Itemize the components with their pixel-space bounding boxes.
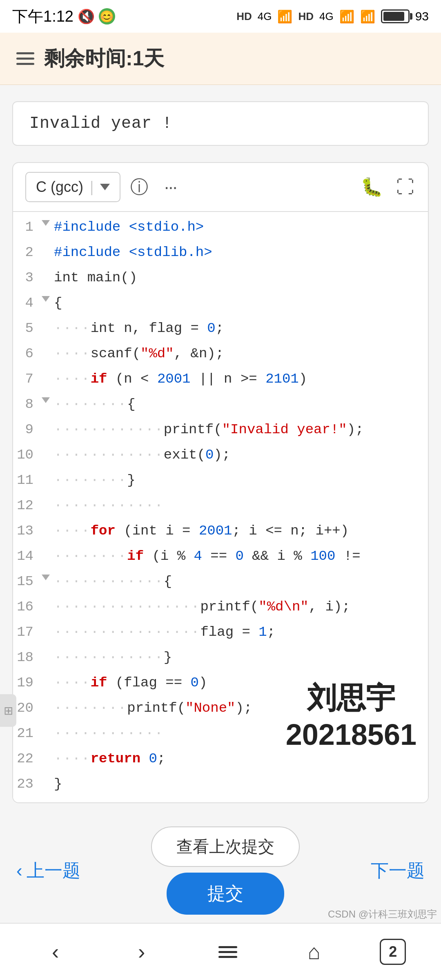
- code-line-17: 17 ················flag = 1;: [13, 621, 428, 646]
- code-content-1: #include <stdio.h>: [54, 217, 428, 235]
- code-line-15: 15 ············{: [13, 570, 428, 596]
- code-line-14: 14 ········if (i % 4 == 0 && i % 100 !=: [13, 545, 428, 570]
- info-icon[interactable]: ⓘ: [129, 176, 150, 198]
- watermark-id: 20218561: [286, 718, 416, 751]
- next-button[interactable]: 下一题: [371, 859, 425, 883]
- code-line-2: 2 #include <stdlib.h>: [13, 241, 428, 267]
- battery-fill: [383, 12, 404, 21]
- back-icon: ‹: [52, 940, 59, 964]
- fold-21: [42, 723, 54, 726]
- signal-4g-2: 4G: [319, 10, 334, 23]
- fold-4: [42, 293, 54, 306]
- home-icon: ⌂: [307, 940, 320, 964]
- line-num-17: 17: [13, 622, 42, 640]
- line-num-3: 3: [13, 267, 42, 285]
- line-num-19: 19: [13, 673, 42, 690]
- line-num-11: 11: [13, 470, 42, 488]
- line-num-7: 7: [13, 369, 42, 387]
- code-content-9: ············printf("Invalid year!");: [54, 419, 428, 437]
- lang-divider: |: [90, 178, 94, 196]
- code-line-12: 12 ············: [13, 494, 428, 520]
- code-line-3: 3 int main(): [13, 267, 428, 292]
- code-line-6: 6 ····scanf("%d", &n);: [13, 343, 428, 368]
- back-button[interactable]: ‹: [35, 935, 76, 968]
- time-text: 下午1:12: [12, 6, 74, 27]
- code-line-4: 4 {: [13, 292, 428, 317]
- fold-16: [42, 597, 54, 600]
- signal-bars-1: 📶: [277, 9, 292, 24]
- debug-icon[interactable]: 🐛: [361, 176, 382, 198]
- language-selector[interactable]: C (gcc) |: [25, 172, 120, 202]
- code-line-11: 11 ········}: [13, 469, 428, 494]
- fold-17: [42, 622, 54, 625]
- menu-button[interactable]: [207, 935, 248, 968]
- editor-toolbar: C (gcc) | ⓘ ··· 🐛 ⛶: [13, 163, 428, 212]
- line-num-21: 21: [13, 723, 42, 741]
- code-content-6: ····scanf("%d", &n);: [54, 343, 428, 361]
- home-button[interactable]: ⌂: [294, 935, 334, 968]
- bottom-nav: ‹ › ⌂ 2: [0, 923, 441, 980]
- code-content-7: ····if (n < 2001 || n >= 2101): [54, 369, 428, 387]
- line-num-4: 4: [13, 293, 42, 311]
- code-line-1: 1 #include <stdio.h>: [13, 216, 428, 241]
- code-line-16: 16 ················printf("%d\n", i);: [13, 596, 428, 621]
- menu-icon[interactable]: [16, 52, 34, 65]
- notification-icon: 😊: [99, 8, 115, 24]
- code-content-12: ············: [54, 495, 428, 513]
- fold-18: [42, 647, 54, 650]
- submit-button[interactable]: 提交: [167, 873, 284, 915]
- line-num-8: 8: [13, 394, 42, 412]
- line-num-12: 12: [13, 495, 42, 513]
- line-num-9: 9: [13, 419, 42, 437]
- wifi-icon: 📶: [360, 9, 375, 24]
- code-content-8: ········{: [54, 394, 428, 412]
- status-bar: 下午1:12 🔇 😊 HD 4G 📶 HD 4G 📶 📶 93: [0, 0, 441, 33]
- code-content-14: ········if (i % 4 == 0 && i % 100 !=: [54, 546, 428, 564]
- fullscreen-icon[interactable]: ⛶: [394, 176, 416, 198]
- signal-4g-1: 4G: [258, 10, 272, 23]
- fold-1: [42, 217, 54, 230]
- line-num-14: 14: [13, 546, 42, 564]
- fold-3: [42, 267, 54, 271]
- more-options-icon[interactable]: ···: [160, 176, 181, 198]
- header-bar: 剩余时间:1天: [0, 33, 441, 85]
- status-icons: HD 4G 📶 HD 4G 📶 📶 93: [236, 9, 429, 24]
- language-label: C (gcc): [36, 178, 83, 196]
- fold-20: [42, 698, 54, 701]
- line-num-23: 23: [13, 774, 42, 792]
- line-num-22: 22: [13, 748, 42, 766]
- code-content-15: ············{: [54, 571, 428, 589]
- hd-icon-2: HD: [298, 10, 314, 23]
- line-num-16: 16: [13, 597, 42, 615]
- next-label: 下一题: [371, 859, 425, 883]
- fold-8: [42, 394, 54, 407]
- forward-button[interactable]: ›: [121, 935, 162, 968]
- fold-9: [42, 419, 54, 423]
- line-num-10: 10: [13, 445, 42, 463]
- code-content-17: ················flag = 1;: [54, 622, 428, 640]
- line-num-13: 13: [13, 521, 42, 539]
- fold-2: [42, 242, 54, 245]
- toolbar-right: 🐛 ⛶: [361, 176, 416, 198]
- code-content-4: {: [54, 293, 428, 311]
- fold-13: [42, 521, 54, 524]
- fold-15: [42, 571, 54, 584]
- fold-19: [42, 673, 54, 676]
- status-time: 下午1:12 🔇 😊: [12, 6, 115, 27]
- chevron-down-icon: [100, 184, 110, 190]
- line-num-20: 20: [13, 698, 42, 716]
- code-content-5: ····int n, flag = 0;: [54, 318, 428, 336]
- line-num-5: 5: [13, 318, 42, 336]
- fold-6: [42, 343, 54, 347]
- side-panel-icon[interactable]: ⊞: [0, 694, 16, 727]
- line-num-2: 2: [13, 242, 42, 260]
- battery-percent: 93: [415, 9, 429, 23]
- prev-label: 上一题: [27, 859, 80, 883]
- code-line-9: 9 ············printf("Invalid year!");: [13, 419, 428, 444]
- watermark: 刘思宇 20218561: [286, 679, 416, 751]
- view-last-button[interactable]: 查看上次提交: [151, 826, 300, 867]
- code-line-8: 8 ········{: [13, 393, 428, 419]
- line-num-1: 1: [13, 217, 42, 235]
- prev-button[interactable]: ‹ 上一题: [16, 859, 80, 883]
- tab-count-badge[interactable]: 2: [380, 939, 406, 965]
